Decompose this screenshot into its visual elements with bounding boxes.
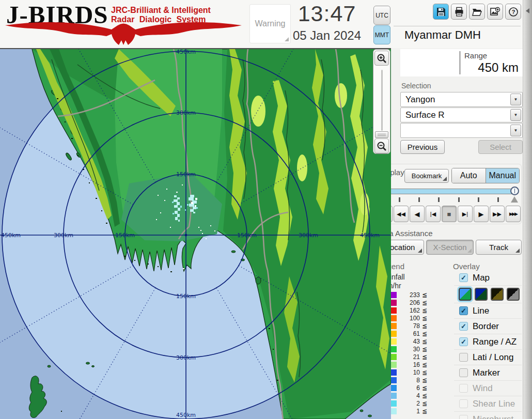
- legend-leq-symbol: ≦: [422, 338, 427, 345]
- option-dropdown-arrow-icon[interactable]: ▼: [510, 125, 521, 136]
- bookmark-button[interactable]: Bookmark: [404, 169, 449, 183]
- overlay-item-label: Range / AZ: [473, 337, 517, 347]
- slider-tick: [438, 197, 440, 202]
- play-reverse-button[interactable]: ◀: [410, 206, 425, 222]
- print-icon: [454, 7, 464, 17]
- checkbox-checked[interactable]: ✓: [459, 273, 468, 282]
- save-button[interactable]: [433, 4, 449, 20]
- svg-text:?: ?: [511, 9, 515, 15]
- help-button[interactable]: ?: [505, 4, 521, 20]
- legend-value: 78: [398, 322, 420, 330]
- map-zoom-control: [373, 49, 390, 154]
- transport-controls: ◀◀◀◀◀◀|◀■▶|▶▶▶▶▶▶: [378, 206, 521, 222]
- zoom-slider-track[interactable]: [381, 70, 383, 131]
- svg-text:450km: 450km: [176, 412, 196, 418]
- overlay-item-range-az[interactable]: ✓Range / AZ: [454, 334, 522, 350]
- select-button[interactable]: Select: [478, 140, 523, 154]
- radar-map-area[interactable]: 150km150km150km150km300km300km300km300km…: [0, 49, 391, 419]
- legend-value: 6: [398, 384, 420, 392]
- overlay-item-label: Map: [473, 273, 490, 283]
- checkbox-checked[interactable]: ✓: [459, 337, 468, 346]
- manual-button[interactable]: Manual: [486, 168, 520, 183]
- legend-leq-symbol: ≦: [422, 384, 427, 392]
- overlay-item-label: Marker: [473, 368, 500, 378]
- range-divider: [460, 51, 460, 74]
- clock-time: 13:47: [281, 0, 372, 27]
- replay-slider-handle[interactable]: [510, 187, 519, 195]
- overlay-item-label: Lati / Long: [473, 352, 513, 363]
- legend-leq-symbol: ≦: [422, 392, 427, 399]
- overlay-item-border[interactable]: ✓Border: [454, 319, 522, 334]
- step-back-button[interactable]: |◀: [426, 206, 441, 222]
- legend-value: 21: [398, 353, 420, 361]
- checkbox-unchecked: [459, 415, 468, 419]
- auto-button[interactable]: Auto: [452, 168, 486, 183]
- map-style-2[interactable]: [475, 288, 488, 301]
- legend-value: 233: [398, 291, 420, 299]
- range-display: Range 450 km: [400, 49, 523, 76]
- overlay-item-label: Wind: [473, 383, 493, 394]
- svg-text:150km: 150km: [176, 171, 196, 178]
- stop-button[interactable]: ■: [442, 206, 457, 222]
- overlay-item-lati-long[interactable]: Lati / Long: [454, 350, 522, 365]
- legend-value: 206: [398, 299, 420, 306]
- slider-tick: [497, 197, 499, 202]
- overlay-item-map[interactable]: ✓Map: [454, 270, 522, 286]
- open-folder-button[interactable]: [469, 4, 485, 20]
- utc-toggle-button[interactable]: UTC: [373, 6, 390, 25]
- track-button[interactable]: Track: [476, 240, 522, 255]
- option-dropdown[interactable]: ▼: [400, 123, 523, 138]
- checkbox-unchecked[interactable]: [459, 353, 468, 362]
- slider-tick: [418, 197, 420, 202]
- product-dropdown[interactable]: Surface R ▼: [400, 107, 523, 122]
- checkbox-checked[interactable]: ✓: [459, 306, 468, 315]
- map-style-4[interactable]: [507, 288, 520, 301]
- fast-forward-button[interactable]: ▶▶: [490, 206, 505, 222]
- legend-value: 8: [398, 377, 420, 384]
- checkbox-checked[interactable]: ✓: [459, 322, 468, 331]
- panel-collapse-strip[interactable]: [523, 0, 532, 419]
- slider-tick: [458, 197, 460, 202]
- site-dropdown[interactable]: Yangon ▼: [400, 92, 523, 107]
- radar-map[interactable]: 150km150km150km150km300km300km300km300km…: [0, 49, 391, 419]
- skip-to-end-button[interactable]: ▶▶▶: [506, 206, 521, 222]
- zoom-out-button[interactable]: [374, 138, 389, 153]
- step-forward-button[interactable]: ▶|: [458, 206, 473, 222]
- checkbox-unchecked[interactable]: [459, 368, 468, 377]
- xsection-button[interactable]: X-Section: [426, 240, 474, 255]
- svg-text:150km: 150km: [115, 232, 135, 239]
- save-icon: [436, 7, 446, 17]
- help-icon: ?: [508, 7, 519, 17]
- radar-site-marker: [185, 234, 187, 236]
- legend-value: 16: [398, 361, 420, 368]
- collapse-arrow-icon: [526, 8, 529, 13]
- utc-label: UTC: [375, 12, 388, 19]
- play-forward-button[interactable]: ▶: [474, 206, 489, 222]
- add-image-button[interactable]: [487, 4, 503, 20]
- legend-leq-symbol: ≦: [422, 353, 427, 361]
- print-button[interactable]: [451, 4, 467, 20]
- zoom-in-button[interactable]: [374, 51, 389, 66]
- replay-timeline-slider[interactable]: [383, 189, 516, 194]
- overlay-item-line[interactable]: ✓Line: [454, 303, 522, 319]
- zoom-slider-handle[interactable]: [375, 131, 388, 138]
- svg-text:300km: 300km: [176, 110, 196, 116]
- range-label: Range: [464, 51, 487, 60]
- zoom-in-icon: [377, 53, 387, 64]
- clock-date: 05 Jan 2024: [281, 27, 372, 44]
- selection-label: Selection: [401, 82, 431, 90]
- overlay-label: Overlay: [453, 262, 480, 271]
- mmt-toggle-button[interactable]: MMT: [373, 25, 390, 44]
- site-dropdown-arrow-icon[interactable]: ▼: [510, 94, 521, 105]
- product-dropdown-value: Surface R: [405, 110, 445, 120]
- auto-manual-toggle: Auto Manual: [451, 168, 520, 183]
- previous-button[interactable]: Previous: [400, 140, 445, 154]
- svg-text:300km: 300km: [54, 232, 73, 239]
- map-style-1[interactable]: [459, 288, 472, 301]
- legend-leq-symbol: ≦: [422, 361, 427, 368]
- product-dropdown-arrow-icon[interactable]: ▼: [510, 109, 521, 121]
- fast-rewind-button[interactable]: ◀◀: [394, 206, 409, 222]
- legend-leq-symbol: ≦: [422, 330, 427, 337]
- overlay-item-marker[interactable]: Marker: [454, 365, 522, 381]
- map-style-3[interactable]: [491, 288, 504, 301]
